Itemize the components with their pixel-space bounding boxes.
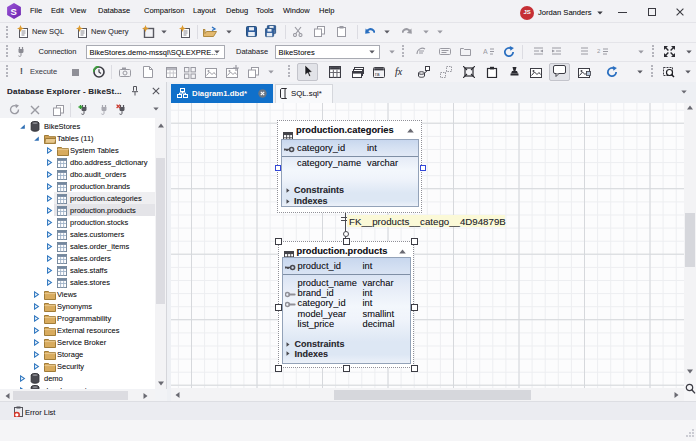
svg-text:A: A (483, 48, 488, 55)
svg-text:2: 2 (597, 48, 601, 54)
svg-text:ra: ra (375, 71, 380, 77)
svg-text:S: S (11, 6, 17, 17)
